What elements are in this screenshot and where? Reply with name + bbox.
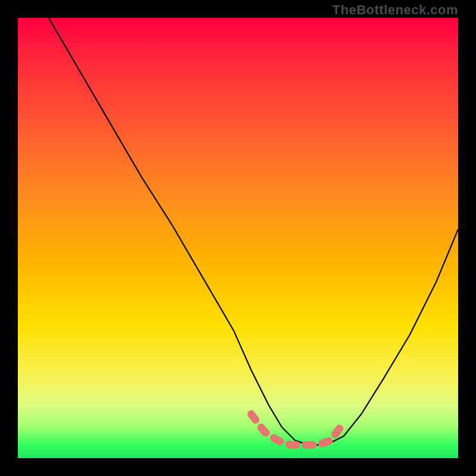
curve-layer (18, 18, 458, 458)
highlight-segment (251, 414, 343, 445)
watermark-text: TheBottleneck.com (333, 2, 458, 18)
chart-stage: TheBottleneck.com (0, 0, 476, 476)
bottleneck-curve (49, 18, 458, 445)
plot-area (18, 18, 458, 458)
